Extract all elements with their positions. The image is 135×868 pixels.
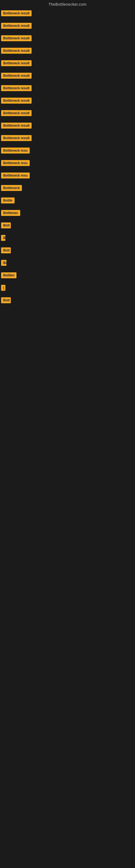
- bottleneck-row: Bottleneck resu: [0, 170, 135, 182]
- bottleneck-badge[interactable]: Bottleneck result: [1, 35, 32, 41]
- bottleneck-row: Bottlen: [0, 270, 135, 282]
- bottleneck-badge[interactable]: Bott: [1, 297, 11, 303]
- bottleneck-row: Bo: [0, 257, 135, 270]
- bottleneck-row: Bottleneck result: [0, 83, 135, 95]
- bottleneck-row: Bottleneck result: [0, 120, 135, 132]
- bottleneck-badge[interactable]: Bottleneck resu: [1, 173, 30, 179]
- bottleneck-row: Bottleneck result: [0, 107, 135, 120]
- bottleneck-badge[interactable]: Bottleneck result: [1, 85, 32, 91]
- bottleneck-row: Bott: [0, 294, 135, 307]
- bottleneck-badge[interactable]: Bottleneck result: [1, 10, 32, 16]
- bottleneck-badge[interactable]: Bottleneck result: [1, 98, 32, 104]
- bottleneck-row: Bott: [0, 220, 135, 232]
- bottleneck-row: Bottleneck: [0, 182, 135, 195]
- bottleneck-badge[interactable]: Bottleneck result: [1, 73, 32, 79]
- bottleneck-badge[interactable]: Bottlen: [1, 272, 16, 278]
- bottleneck-row: Bottleneck result: [0, 132, 135, 145]
- bottleneck-badge[interactable]: Bottleneck: [1, 185, 22, 191]
- bottleneck-badge[interactable]: Bottleneck resu: [1, 148, 30, 154]
- bottleneck-badge[interactable]: Bottleneck result: [1, 60, 32, 66]
- bottleneck-row: B: [0, 232, 135, 245]
- bottleneck-row: |: [0, 282, 135, 294]
- bottleneck-badge[interactable]: Bottleneck result: [1, 23, 32, 29]
- bottleneck-badge[interactable]: |: [1, 285, 5, 291]
- site-title: TheBottlenecker.com: [0, 0, 135, 8]
- bottleneck-badge[interactable]: Bottleneck result: [1, 110, 32, 116]
- bottleneck-row: Bottleneck result: [0, 58, 135, 70]
- bottleneck-row: Bott: [0, 245, 135, 257]
- site-title-text: TheBottlenecker.com: [48, 2, 86, 6]
- bottleneck-badge[interactable]: Bottleneck result: [1, 48, 32, 54]
- bottleneck-row: Bottleneck resu: [0, 145, 135, 157]
- bottleneck-row: Bottleneck result: [0, 33, 135, 45]
- bottleneck-row: Bottleneck resu: [0, 157, 135, 170]
- bottleneck-row: Bottleneck result: [0, 95, 135, 107]
- bottleneck-badge[interactable]: Bottleneck result: [1, 123, 32, 129]
- bottleneck-row: Bottleneck result: [0, 20, 135, 33]
- bottleneck-badge[interactable]: Bo: [1, 260, 6, 266]
- bottleneck-badge[interactable]: B: [1, 235, 5, 241]
- bottleneck-badge[interactable]: Bott: [1, 222, 11, 228]
- bottleneck-row: Bottleneck result: [0, 8, 135, 20]
- bottleneck-row: Bottleneck result: [0, 70, 135, 83]
- bottleneck-badge[interactable]: Bott: [1, 247, 11, 253]
- bottleneck-badge[interactable]: Bottle: [1, 197, 14, 204]
- bottleneck-row: Bottle: [0, 195, 135, 207]
- bottleneck-badge[interactable]: Bottleneck resu: [1, 160, 30, 166]
- bottleneck-badge[interactable]: Bottleneck result: [1, 135, 32, 141]
- bottleneck-row: Bottleneck result: [0, 45, 135, 58]
- bottleneck-badge[interactable]: Bottlenec: [1, 210, 20, 216]
- bottleneck-row: Bottlenec: [0, 207, 135, 220]
- bottleneck-list: Bottleneck resultBottleneck resultBottle…: [0, 8, 135, 307]
